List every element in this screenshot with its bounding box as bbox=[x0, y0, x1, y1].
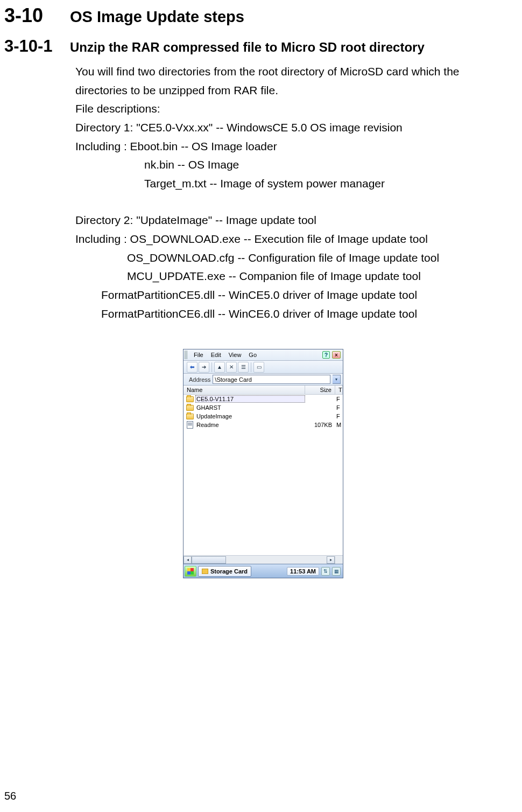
network-tray-icon[interactable]: ⇅ bbox=[321, 567, 330, 576]
menu-edit[interactable]: Edit bbox=[207, 351, 225, 359]
desktop-tray-icon[interactable]: ▦ bbox=[332, 567, 341, 576]
close-icon[interactable]: × bbox=[332, 351, 341, 359]
taskbar-button[interactable]: Storage Card bbox=[198, 566, 251, 577]
including-2-line: Including : OS_DOWNLOAD.exe -- Execution… bbox=[75, 230, 522, 249]
file-list[interactable]: CE5.0-V11.17 F GHARST F UpdateImage F Re… bbox=[184, 395, 343, 555]
fp6-line: FormatPartitionCE6.dll -- WinCE6.0 drive… bbox=[75, 305, 522, 324]
scroll-right-icon[interactable]: ▸ bbox=[327, 556, 335, 564]
folder-icon bbox=[186, 395, 194, 403]
file-type: F bbox=[335, 404, 343, 411]
list-item[interactable]: GHARST F bbox=[184, 403, 343, 412]
document-icon bbox=[186, 421, 194, 429]
views-button[interactable]: ▭ bbox=[253, 362, 264, 373]
address-dropdown-icon[interactable]: ▾ bbox=[333, 375, 341, 384]
body-text: You will find two directories from the r… bbox=[75, 62, 522, 323]
wince-explorer-window: File Edit View Go ? × ⬅ ➔ ▲ ✕ ☰ ▭ Addres… bbox=[183, 349, 343, 578]
file-type: F bbox=[335, 396, 343, 402]
start-button[interactable] bbox=[185, 566, 196, 577]
column-type[interactable]: T bbox=[335, 386, 343, 394]
list-header: Name Size T bbox=[184, 386, 343, 395]
file-descriptions-label: File descriptions: bbox=[75, 100, 522, 118]
file-type: M bbox=[335, 422, 343, 428]
scroll-corner bbox=[335, 556, 343, 564]
menu-view[interactable]: View bbox=[225, 351, 245, 359]
delete-button[interactable]: ✕ bbox=[226, 362, 237, 373]
menu-go[interactable]: Go bbox=[245, 351, 260, 359]
toolbar-grip-icon bbox=[185, 351, 188, 359]
help-icon[interactable]: ? bbox=[322, 351, 330, 359]
separator bbox=[251, 362, 251, 372]
taskbar: Storage Card 11:53 AM ⇅ ▦ bbox=[184, 564, 343, 578]
menu-file[interactable]: File bbox=[190, 351, 207, 359]
file-size: 107KB bbox=[305, 422, 335, 428]
mcu-line: MCU_UPDATE.exe -- Companion file of Imag… bbox=[75, 267, 522, 286]
up-button[interactable]: ▲ bbox=[214, 362, 225, 373]
subsection-number: 3-10-1 bbox=[4, 37, 70, 56]
list-item[interactable]: UpdateImage F bbox=[184, 412, 343, 421]
list-item[interactable]: CE5.0-V11.17 F bbox=[184, 395, 343, 403]
taskbar-button-label: Storage Card bbox=[210, 568, 248, 575]
separator bbox=[211, 362, 212, 372]
toolbar: ⬅ ➔ ▲ ✕ ☰ ▭ bbox=[184, 361, 343, 374]
list-item[interactable]: Readme 107KB M bbox=[184, 421, 343, 429]
horizontal-scrollbar[interactable]: ◂ ▸ bbox=[184, 555, 343, 564]
windows-flag-icon bbox=[187, 568, 194, 575]
folder-icon bbox=[186, 404, 194, 411]
system-tray: 11:53 AM ⇅ ▦ bbox=[287, 567, 342, 576]
nk-line: nk.bin -- OS Image bbox=[75, 156, 522, 174]
file-name: UpdateImage bbox=[195, 413, 305, 419]
cfg-line: OS_DOWNLOAD.cfg -- Configuration file of… bbox=[75, 249, 522, 268]
folder-icon bbox=[202, 569, 208, 574]
menubar: File Edit View Go ? × bbox=[184, 349, 343, 361]
scroll-left-icon[interactable]: ◂ bbox=[184, 556, 192, 564]
forward-button[interactable]: ➔ bbox=[199, 362, 209, 373]
clock[interactable]: 11:53 AM bbox=[287, 567, 319, 576]
column-size[interactable]: Size bbox=[305, 386, 335, 394]
file-name: GHARST bbox=[195, 404, 305, 411]
intro-line-1: You will find two directories from the r… bbox=[75, 62, 522, 81]
intro-line-2: directories to be unzipped from RAR file… bbox=[75, 81, 522, 100]
folder-icon bbox=[186, 412, 194, 420]
including-1-line: Including : Eboot.bin -- OS Image loader bbox=[75, 137, 522, 156]
section-title: OS Image Update steps bbox=[70, 8, 244, 26]
address-bar: Address \Storage Card ▾ bbox=[184, 374, 343, 386]
directory-1-line: Directory 1: "CE5.0-Vxx.xx" -- WindowsCE… bbox=[75, 118, 522, 137]
subsection-title: Unzip the RAR compressed file to Micro S… bbox=[70, 40, 425, 55]
directory-2-line: Directory 2: "UpdateImage" -- Image upda… bbox=[75, 211, 522, 230]
column-name[interactable]: Name bbox=[184, 386, 305, 394]
file-name: CE5.0-V11.17 bbox=[195, 395, 305, 403]
address-input[interactable]: \Storage Card bbox=[213, 375, 330, 384]
address-label: Address bbox=[188, 376, 210, 383]
file-name: Readme bbox=[195, 422, 305, 428]
properties-button[interactable]: ☰ bbox=[238, 362, 249, 373]
fp5-line: FormatPartitionCE5.dll -- WinCE5.0 drive… bbox=[75, 286, 522, 305]
back-button[interactable]: ⬅ bbox=[187, 362, 197, 373]
scroll-thumb[interactable] bbox=[192, 556, 226, 564]
section-number: 3-10 bbox=[4, 4, 70, 27]
target-line: Target_m.txt -- Image of system power ma… bbox=[75, 174, 522, 193]
file-type: F bbox=[335, 413, 343, 419]
page-number: 56 bbox=[4, 790, 16, 802]
